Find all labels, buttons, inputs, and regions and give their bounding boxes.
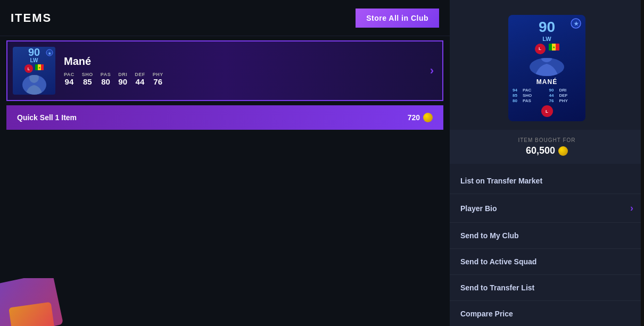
- action-label-send-my-club: Send to My Club: [460, 231, 519, 240]
- action-label-send-active-squad: Send to Active Squad: [460, 257, 536, 266]
- player-figure-large: [530, 58, 564, 76]
- right-scrollbar[interactable]: [641, 0, 644, 326]
- card-club-logo: L: [535, 44, 546, 54]
- card-display-area: ★ 90 LW L ★: [450, 0, 644, 130]
- action-label-list-transfer: List on Transfer Market: [460, 177, 542, 185]
- stat-sho: SHO 85: [82, 72, 93, 86]
- card-stat-dri: 90 DRI: [549, 88, 582, 93]
- quick-sell-value: 720: [408, 113, 433, 122]
- player-position-mini: LW: [30, 57, 38, 63]
- left-panel: ITEMS Store All in Club 90 LW L ★: [0, 0, 450, 326]
- ucl-badge-large: ★: [571, 18, 581, 31]
- player-bio-chevron: ›: [630, 203, 633, 214]
- action-label-send-transfer-list: Send to Transfer List: [460, 283, 534, 292]
- card-position: LW: [542, 36, 551, 42]
- item-bought-label: ITEM BOUGHT FOR: [460, 137, 633, 143]
- action-label-compare-price: Compare Price: [460, 310, 513, 318]
- stat-def: DEF 44: [135, 72, 145, 86]
- card-player-name: MANÉ: [536, 78, 557, 86]
- svg-text:★: ★: [574, 21, 579, 27]
- player-silhouette-mini: [22, 75, 46, 95]
- quick-sell-number: 720: [408, 113, 420, 122]
- action-send-my-club[interactable]: Send to My Club: [450, 223, 644, 249]
- quick-sell-bar[interactable]: Quick Sell 1 Item 720: [6, 105, 443, 130]
- player-rating-mini: 90: [28, 47, 40, 57]
- player-row-chevron: ›: [430, 64, 434, 78]
- action-list: List on Transfer Market Player Bio › Sen…: [450, 168, 644, 326]
- card-stats-grid: 94 PAC 90 DRI 85 SHO 44 DEF 80 PAS: [513, 88, 581, 103]
- coin-icon: [423, 113, 433, 122]
- player-card-mini: 90 LW L ★ ★: [13, 47, 55, 95]
- action-label-player-bio: Player Bio: [460, 204, 497, 213]
- player-figure-mini: [23, 75, 45, 95]
- stat-phy: PHY 76: [153, 72, 163, 86]
- item-bought-coin: [558, 146, 568, 156]
- stat-pac: PAC 94: [64, 72, 75, 86]
- card-rating: 90: [539, 19, 555, 36]
- stat-pas: PAS 80: [101, 72, 111, 86]
- card-stat-phy: 76 PHY: [549, 98, 582, 103]
- svg-point-0: [29, 75, 39, 83]
- svg-point-5: [540, 58, 553, 62]
- item-bought-number: 60,500: [526, 145, 555, 156]
- player-row[interactable]: 90 LW L ★ ★ Mané: [6, 40, 443, 101]
- action-compare-price[interactable]: Compare Price: [450, 301, 644, 326]
- stat-dri: DRI 90: [118, 72, 127, 86]
- club-logo-mini: L: [24, 64, 33, 73]
- country-flag-mini: ★: [35, 64, 44, 70]
- player-card-large: ★ 90 LW L ★: [508, 15, 585, 121]
- club-flag-mini: L ★: [24, 64, 44, 73]
- svg-text:★: ★: [48, 52, 52, 55]
- player-stats-row: PAC 94 SHO 85 PAS 80 DRI 90 DEF 44: [64, 72, 430, 86]
- ucl-badge-mini: ★: [46, 49, 53, 58]
- action-send-active-squad[interactable]: Send to Active Squad: [450, 249, 644, 275]
- item-bought-value: 60,500: [460, 145, 633, 156]
- card-stat-pac: 94 PAC: [513, 88, 545, 93]
- card-stat-pas: 80 PAS: [513, 98, 545, 103]
- action-send-transfer-list[interactable]: Send to Transfer List: [450, 275, 644, 301]
- store-all-button[interactable]: Store All in Club: [356, 9, 439, 28]
- action-player-bio[interactable]: Player Bio ›: [450, 194, 644, 223]
- player-info: Mané PAC 94 SHO 85 PAS 80 DRI 90: [55, 55, 430, 86]
- card-stat-sho: 85 SHO: [513, 93, 545, 98]
- quick-sell-label: Quick Sell 1 Item: [17, 113, 77, 122]
- action-list-transfer-market[interactable]: List on Transfer Market: [450, 168, 644, 194]
- item-bought-section: ITEM BOUGHT FOR 60,500: [450, 130, 644, 164]
- page-title: ITEMS: [11, 11, 52, 25]
- items-header: ITEMS Store All in Club: [0, 0, 450, 36]
- right-panel: ★ 90 LW L ★: [450, 0, 644, 326]
- card-flags: L ★: [535, 44, 559, 54]
- card-bottom-club: L: [541, 105, 553, 117]
- player-name: Mané: [64, 55, 430, 68]
- bottom-decoration: [0, 278, 69, 326]
- card-stat-def: 44 DEF: [549, 93, 582, 98]
- card-country-flag: ★: [549, 44, 559, 51]
